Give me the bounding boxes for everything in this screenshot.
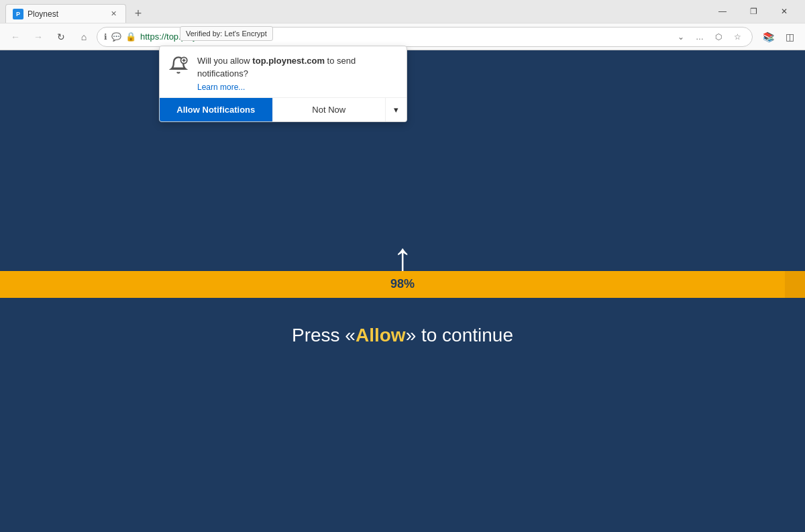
toolbar-right: 📚 ◫ [758, 27, 800, 47]
allow-notifications-button[interactable]: Allow Notifications [160, 98, 272, 121]
notification-bell-icon [169, 56, 191, 77]
back-button[interactable]: ← [5, 27, 25, 47]
tab-favicon: P [13, 9, 23, 19]
chat-icon[interactable]: 💬 [111, 32, 121, 42]
popup-message: Will you allow top.ploynest.com to send … [197, 56, 356, 78]
close-button[interactable]: ✕ [769, 0, 800, 23]
svg-rect-0 [173, 68, 184, 69]
minimize-button[interactable]: — [707, 0, 738, 23]
tab-close-button[interactable]: ✕ [108, 9, 119, 19]
verified-tooltip: Verified by: Let's Encrypt [180, 26, 273, 41]
tab-strip: P Ploynest ✕ + [5, 0, 707, 23]
popup-actions: Allow Notifications Not Now ▾ [160, 97, 407, 121]
address-right-icons: ⌄ … ⬡ ☆ [673, 29, 745, 45]
more-button[interactable]: … [692, 29, 708, 45]
popup-header: Will you allow top.ploynest.com to send … [160, 46, 407, 97]
forward-button[interactable]: → [28, 27, 48, 47]
instruction-text: Press «Allow» to continue [292, 325, 513, 346]
pocket-icon[interactable]: ⬡ [710, 29, 727, 45]
dropdown-button[interactable]: ▾ [385, 98, 407, 121]
domain-name: top.ploynest.com [252, 56, 325, 66]
maximize-button[interactable]: ❐ [738, 0, 769, 23]
home-button[interactable]: ⌂ [74, 27, 94, 47]
info-icon[interactable]: ℹ [104, 32, 107, 42]
sidebar-toggle-button[interactable]: ◫ [780, 27, 800, 47]
library-button[interactable]: 📚 [758, 27, 778, 47]
window-controls: — ❐ ✕ [707, 0, 800, 23]
progress-stripe [785, 271, 805, 298]
instruction-prefix: Press « [292, 325, 356, 345]
lock-icon: 🔒 [125, 32, 136, 42]
not-now-button[interactable]: Not Now [272, 98, 386, 121]
tab-title: Ploynest [28, 9, 104, 19]
new-tab-button[interactable]: + [129, 4, 148, 23]
progress-bar: 98% [0, 271, 805, 298]
title-bar: P Ploynest ✕ + — ❐ ✕ [0, 0, 805, 23]
active-tab[interactable]: P Ploynest ✕ [5, 4, 126, 23]
star-button[interactable]: ☆ [729, 29, 745, 45]
page-content: ↑ 98% Press «Allow» to continue [0, 50, 805, 532]
chevron-down-button[interactable]: ⌄ [673, 29, 689, 45]
progress-text: 98% [390, 277, 415, 291]
browser-chrome: P Ploynest ✕ + — ❐ ✕ ← → ↻ ⌂ ℹ 💬 🔒 ⌄ … [0, 0, 805, 50]
notification-popup: Verified by: Let's Encrypt Will you allo… [159, 46, 407, 122]
instruction-suffix: » to continue [406, 325, 513, 345]
popup-content: Will you allow top.ploynest.com to send … [197, 54, 397, 92]
learn-more-link[interactable]: Learn more... [197, 83, 397, 92]
reload-button[interactable]: ↻ [51, 27, 71, 47]
allow-word: Allow [356, 325, 406, 345]
